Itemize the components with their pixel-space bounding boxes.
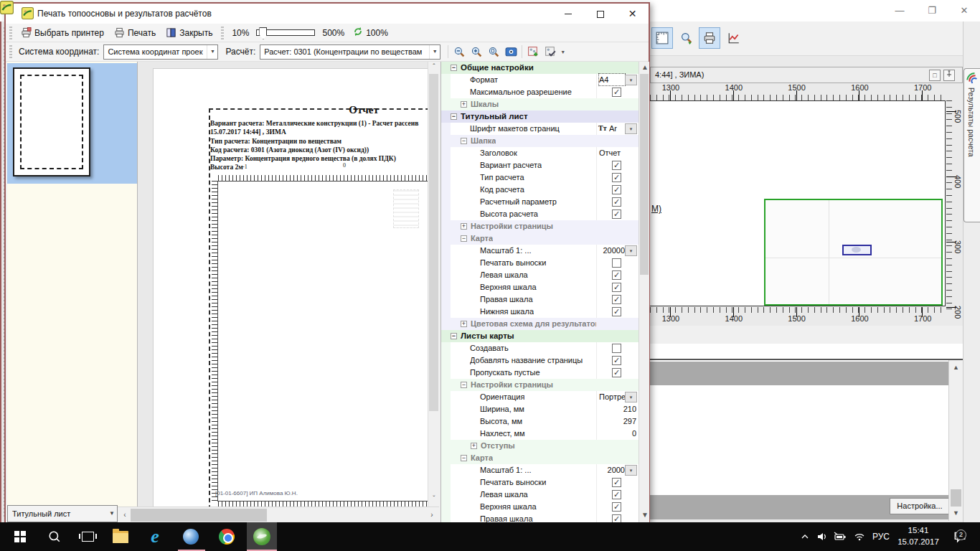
settings-property-row[interactable]: Печатать выноски xyxy=(441,257,639,269)
results-tab[interactable]: Результаты расчета xyxy=(963,68,980,222)
settings-property-row[interactable]: Пропускать пустые✓ xyxy=(441,367,639,379)
settings-property-row[interactable]: Верхняя шкала✓ xyxy=(441,501,639,513)
calculation-combobox[interactable]: Расчет: 0301 (Концентрации по веществам … xyxy=(260,44,440,60)
settings-row-value[interactable]: 297 xyxy=(596,415,639,428)
settings-scrollbar[interactable]: ▲ ▼ xyxy=(639,62,649,522)
settings-property-row[interactable]: Добавлять название страницы✓ xyxy=(441,354,639,367)
dropdown-arrow-icon[interactable]: ▾ xyxy=(625,123,637,134)
zoom-tool-icon[interactable] xyxy=(676,27,697,49)
file-explorer-button[interactable] xyxy=(106,522,135,551)
scrollbar-thumb[interactable] xyxy=(951,489,961,507)
settings-property-row[interactable]: Масштаб 1: ...20000▾ xyxy=(441,245,639,257)
settings-row-value[interactable]: ✓ xyxy=(596,367,639,379)
zoom-slider-handle[interactable] xyxy=(259,27,267,39)
settings-property-row[interactable]: Левая шкала✓ xyxy=(441,489,639,501)
chrome-button[interactable] xyxy=(212,522,241,551)
expand-icon[interactable]: + xyxy=(461,223,467,230)
preview-mode-button[interactable] xyxy=(502,43,519,60)
settings-property-row[interactable]: Масштаб 1: ...2000▾ xyxy=(441,464,639,476)
zoom-in-button[interactable] xyxy=(468,43,485,60)
zoom-out-button[interactable] xyxy=(451,43,468,60)
chart-tool-icon[interactable] xyxy=(723,27,745,49)
expand-icon[interactable]: + xyxy=(461,101,467,108)
app-globe-button[interactable] xyxy=(176,522,205,551)
settings-row-value[interactable]: 2000▾ xyxy=(596,464,639,476)
internet-explorer-button[interactable]: e xyxy=(141,522,169,551)
settings-subsection-row[interactable]: +Отступы xyxy=(441,440,639,452)
settings-subsection-row[interactable]: +Настройки страницы xyxy=(441,220,639,232)
settings-row-value[interactable]: 20000▾ xyxy=(596,245,639,257)
collapse-icon[interactable]: − xyxy=(461,382,467,388)
settings-property-row[interactable]: Вариант расчета✓ xyxy=(441,159,639,171)
zoom-refresh-icon[interactable] xyxy=(353,27,363,39)
scroll-up-icon[interactable]: ▲ xyxy=(639,62,651,73)
checkbox-checked[interactable]: ✓ xyxy=(612,514,621,522)
settings-subsection-row[interactable]: −Шапка xyxy=(441,135,639,147)
checkbox-checked[interactable]: ✓ xyxy=(612,185,621,194)
preview-panel[interactable]: Отчет Вариант расчета: Металлические кон… xyxy=(138,62,439,522)
dropdown-arrow-icon[interactable]: ▾ xyxy=(625,245,637,256)
pin-icon[interactable] xyxy=(943,70,955,81)
bg-minimize-button[interactable]: — xyxy=(887,3,912,19)
clock[interactable]: 15:41 15.07.2017 xyxy=(895,524,941,547)
collapse-icon[interactable]: − xyxy=(451,113,457,120)
zoom-page-button[interactable] xyxy=(485,43,502,60)
settings-row-value[interactable]: ✓ xyxy=(596,354,639,367)
checkbox-checked[interactable]: ✓ xyxy=(612,368,621,377)
settings-property-row[interactable]: Верхняя шкала✓ xyxy=(441,281,639,293)
close-dialog-button[interactable]: Закрыть xyxy=(161,25,217,41)
scrollbar-thumb[interactable] xyxy=(131,509,267,522)
scroll-up-icon[interactable]: ▲ xyxy=(951,362,961,373)
add-layer-button[interactable] xyxy=(524,43,542,60)
checkbox-checked[interactable]: ✓ xyxy=(612,356,621,365)
settings-section-row[interactable]: −Титульный лист xyxy=(441,110,639,123)
settings-property-row[interactable]: Тип расчета✓ xyxy=(441,171,639,184)
collapse-icon[interactable]: − xyxy=(451,333,457,339)
checkbox-checked[interactable]: ✓ xyxy=(612,295,621,304)
settings-property-row[interactable]: Левая шкала✓ xyxy=(441,269,639,281)
preview-vertical-scrollbar[interactable]: ˆ ˇ xyxy=(428,62,439,507)
chevron-down-icon[interactable]: ▼ xyxy=(109,506,115,522)
dropdown-arrow-icon[interactable]: ▾ xyxy=(625,75,637,85)
checkbox-unchecked[interactable] xyxy=(612,344,621,353)
network-button[interactable] xyxy=(849,522,870,551)
settings-property-row[interactable]: Ширина, мм210 xyxy=(441,403,639,415)
dropdown-arrow-icon[interactable]: ▾ xyxy=(625,465,637,476)
settings-row-value[interactable] xyxy=(596,257,639,269)
settings-row-value[interactable] xyxy=(596,342,639,354)
notification-button[interactable]: 2 xyxy=(946,522,974,551)
print-button[interactable]: Печать xyxy=(109,25,161,41)
expand-icon[interactable]: + xyxy=(471,443,477,449)
settings-property-row[interactable]: ОриентацияПортре▾ xyxy=(441,391,639,403)
scroll-down-icon[interactable]: ˇ xyxy=(428,494,439,505)
language-indicator[interactable]: РУС xyxy=(868,522,894,551)
settings-row-value[interactable]: ✓ xyxy=(596,501,639,513)
scrollbar-thumb[interactable] xyxy=(429,74,438,411)
scroll-left-icon[interactable]: ‹ xyxy=(119,509,131,521)
settings-property-row[interactable]: Нахлест, мм0 xyxy=(441,428,639,440)
maximize-button[interactable] xyxy=(584,4,616,24)
checkbox-checked[interactable]: ✓ xyxy=(612,197,621,207)
settings-row-value[interactable]: ✓ xyxy=(596,184,639,196)
settings-button[interactable]: Настройка... xyxy=(890,498,950,514)
settings-row-value[interactable]: A4▾ xyxy=(596,74,639,86)
settings-property-row[interactable]: ЗаголовокОтчет xyxy=(441,147,639,159)
settings-row-value[interactable]: ✓ xyxy=(596,159,639,171)
settings-row-value[interactable]: ТтAr▾ xyxy=(596,123,639,135)
preview-horizontal-scrollbar[interactable]: ‹ › xyxy=(118,507,439,522)
results-scrollbar[interactable]: ▲ ▼ xyxy=(948,360,963,521)
scroll-down-icon[interactable]: ▼ xyxy=(639,509,651,521)
checkbox-checked[interactable]: ✓ xyxy=(612,270,621,280)
page-type-combobox[interactable]: Титульный лист ▼ xyxy=(7,505,118,522)
bg-close-button[interactable]: ✕ xyxy=(952,3,976,19)
collapse-icon[interactable]: − xyxy=(461,138,467,144)
close-button[interactable]: ✕ xyxy=(616,4,649,24)
restore-subwindow-icon[interactable]: □ xyxy=(929,70,941,81)
settings-subsection-row[interactable]: +Шкалы xyxy=(441,98,639,110)
settings-property-row[interactable]: Печатать выноски✓ xyxy=(441,476,639,489)
active-app-button[interactable] xyxy=(248,522,276,551)
battery-button[interactable] xyxy=(829,522,851,551)
checkbox-checked[interactable]: ✓ xyxy=(612,283,621,292)
collapse-icon[interactable]: − xyxy=(461,455,467,461)
zoom-slider[interactable] xyxy=(256,29,315,36)
